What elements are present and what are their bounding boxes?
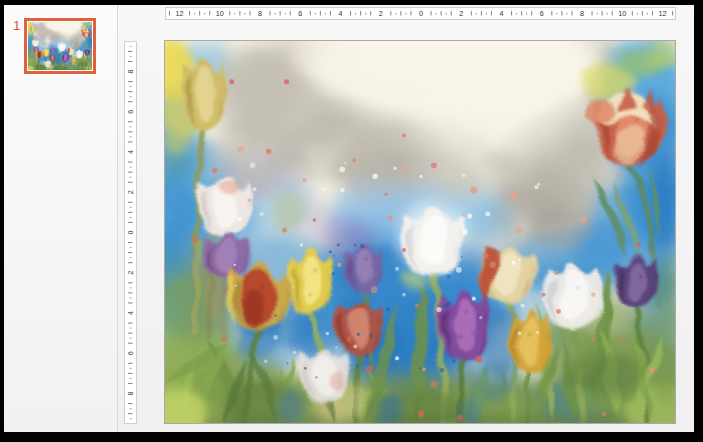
svg-text:4: 4 bbox=[125, 150, 134, 154]
svg-text:12: 12 bbox=[658, 9, 666, 18]
svg-text:2: 2 bbox=[125, 270, 134, 274]
svg-text:4: 4 bbox=[499, 9, 503, 18]
svg-text:6: 6 bbox=[125, 351, 134, 355]
svg-text:2: 2 bbox=[125, 190, 134, 194]
svg-text:0: 0 bbox=[419, 9, 423, 18]
svg-text:6: 6 bbox=[125, 109, 134, 113]
svg-text:4: 4 bbox=[125, 311, 134, 315]
svg-text:8: 8 bbox=[580, 9, 584, 18]
svg-text:8: 8 bbox=[125, 391, 134, 395]
svg-text:8: 8 bbox=[125, 69, 134, 73]
svg-text:10: 10 bbox=[215, 9, 223, 18]
svg-text:2: 2 bbox=[378, 9, 382, 18]
svg-text:2: 2 bbox=[459, 9, 463, 18]
svg-text:10: 10 bbox=[618, 9, 626, 18]
svg-text:6: 6 bbox=[539, 9, 543, 18]
svg-text:0: 0 bbox=[125, 230, 134, 234]
svg-text:6: 6 bbox=[298, 9, 302, 18]
svg-text:4: 4 bbox=[338, 9, 342, 18]
svg-text:12: 12 bbox=[175, 9, 183, 18]
svg-text:8: 8 bbox=[258, 9, 262, 18]
